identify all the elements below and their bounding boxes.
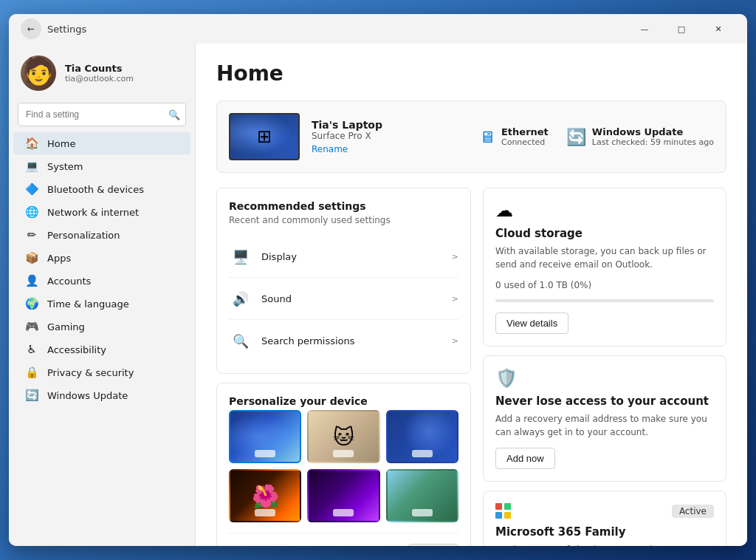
close-button[interactable]: ✕ bbox=[701, 17, 735, 41]
update-sub: Last checked: 59 minutes ago bbox=[592, 137, 714, 147]
sidebar-label-privacy: Privacy & security bbox=[47, 367, 134, 378]
ethernet-icon: 🖥 bbox=[479, 128, 495, 146]
sidebar-item-update[interactable]: 🔄 Windows Update bbox=[13, 384, 190, 406]
sidebar-item-time[interactable]: 🌍 Time & language bbox=[13, 293, 190, 315]
sidebar-label-personalization: Personalization bbox=[47, 230, 120, 241]
privacy-nav-icon: 🔒 bbox=[25, 366, 38, 379]
avatar bbox=[21, 55, 56, 91]
device-bar: ⊞ Tia's Laptop Surface Pro X Rename 🖥 Et… bbox=[216, 100, 726, 173]
search-icon: 🔍 bbox=[168, 109, 180, 120]
search-box: 🔍 bbox=[18, 103, 186, 126]
item-chevron-icon: > bbox=[452, 252, 458, 262]
account-security-desc: Add a recovery email address to make sur… bbox=[495, 412, 714, 439]
settings-item-sound[interactable]: 🔊 Sound > bbox=[229, 278, 458, 320]
bluetooth-nav-icon: 🔷 bbox=[25, 182, 38, 196]
cloud-storage-icon: ☁️ bbox=[495, 200, 714, 221]
ethernet-label: Ethernet bbox=[501, 126, 549, 137]
sidebar-label-update: Windows Update bbox=[47, 390, 128, 401]
windows-logo-icon: ⊞ bbox=[257, 126, 272, 147]
wallpaper-5[interactable] bbox=[307, 469, 379, 522]
wallpaper-grid bbox=[229, 410, 458, 522]
nav-list: 🏠 Home💻 System🔷 Bluetooth & devices🌐 Net… bbox=[9, 132, 195, 406]
user-profile[interactable]: Tia Counts tia@outlook.com bbox=[9, 49, 195, 100]
shield-icon: 🛡️ bbox=[495, 368, 714, 389]
sidebar-label-accounts: Accounts bbox=[47, 276, 91, 287]
personalize-title: Personalize your device bbox=[229, 395, 458, 407]
settings-item-search-permissions[interactable]: 🔍 Search permissions > bbox=[229, 320, 458, 361]
wallpaper-4[interactable] bbox=[229, 469, 301, 522]
search-input[interactable] bbox=[18, 103, 186, 126]
sidebar-item-gaming[interactable]: 🎮 Gaming bbox=[13, 315, 190, 338]
device-model: Surface Pro X bbox=[312, 131, 467, 141]
sidebar-item-network[interactable]: 🌐 Network & internet bbox=[13, 201, 190, 223]
view-details-button[interactable]: View details bbox=[495, 313, 568, 334]
sidebar-item-system[interactable]: 💻 System bbox=[13, 155, 190, 177]
cloud-storage-title: Cloud storage bbox=[495, 227, 714, 240]
minimize-button[interactable]: — bbox=[628, 17, 662, 41]
update-status: 🔄 Windows Update Last checked: 59 minute… bbox=[566, 126, 714, 147]
color-mode-row[interactable]: 🎨 Color mode Light ▼ bbox=[229, 533, 458, 546]
add-now-button[interactable]: Add now bbox=[495, 448, 555, 469]
storage-used-text: 0 used of 1.0 TB (0%) bbox=[495, 280, 714, 290]
page-title: Home bbox=[216, 61, 726, 86]
sidebar-label-bluetooth: Bluetooth & devices bbox=[47, 184, 144, 195]
apps-nav-icon: 📦 bbox=[25, 251, 38, 264]
window-title: Settings bbox=[47, 24, 628, 35]
item-label: Sound bbox=[261, 293, 452, 304]
account-security-card: 🛡️ Never lose access to your account Add… bbox=[483, 355, 726, 482]
home-nav-icon: 🏠 bbox=[25, 137, 38, 150]
update-text: Windows Update Last checked: 59 minutes … bbox=[592, 126, 714, 147]
ethernet-status: 🖥 Ethernet Connected bbox=[479, 126, 549, 147]
cloud-storage-desc: With available storage, you can back up … bbox=[495, 245, 714, 271]
content-inner: Home ⊞ Tia's Laptop Surface Pro X Rename… bbox=[196, 44, 747, 546]
accessibility-nav-icon: ♿ bbox=[25, 343, 38, 356]
sidebar-label-time: Time & language bbox=[47, 298, 129, 310]
maximize-button[interactable]: □ bbox=[664, 17, 698, 41]
sidebar-item-accessibility[interactable]: ♿ Accessibility bbox=[13, 338, 190, 361]
system-nav-icon: 💻 bbox=[25, 160, 38, 173]
ms365-title: Microsoft 365 Family bbox=[495, 525, 714, 539]
personalize-card: Personalize your device 🎨 bbox=[216, 383, 471, 546]
storage-bar bbox=[495, 299, 714, 302]
update-icon: 🔄 bbox=[566, 128, 586, 146]
microsoft365-card: Active Microsoft 365 Family You have 1 T… bbox=[483, 491, 726, 546]
sidebar-label-gaming: Gaming bbox=[47, 321, 85, 332]
sidebar-item-apps[interactable]: 📦 Apps bbox=[13, 247, 190, 269]
back-button[interactable]: ← bbox=[21, 18, 41, 39]
personalization-nav-icon: ✏️ bbox=[25, 228, 38, 242]
item-icon: 🔊 bbox=[229, 287, 252, 310]
user-email: tia@outlook.com bbox=[65, 74, 183, 83]
wallpaper-1[interactable] bbox=[229, 410, 301, 463]
item-icon: 🖥️ bbox=[229, 245, 252, 268]
device-thumbnail: ⊞ bbox=[229, 113, 300, 160]
rename-link[interactable]: Rename bbox=[312, 144, 348, 154]
network-nav-icon: 🌐 bbox=[25, 205, 38, 219]
sidebar-label-network: Network & internet bbox=[47, 207, 139, 218]
sidebar: Tia Counts tia@outlook.com 🔍 🏠 Home💻 Sys… bbox=[9, 44, 195, 546]
item-label: Display bbox=[261, 251, 452, 262]
item-chevron-icon: > bbox=[452, 336, 458, 346]
ms365-header: Active bbox=[495, 503, 714, 519]
left-column: Recommended settings Recent and commonly… bbox=[216, 188, 471, 546]
sidebar-item-bluetooth[interactable]: 🔷 Bluetooth & devices bbox=[13, 178, 190, 200]
color-mode-dropdown[interactable]: Light ▼ bbox=[408, 544, 458, 547]
wallpaper-6[interactable] bbox=[386, 469, 458, 522]
sidebar-item-privacy[interactable]: 🔒 Privacy & security bbox=[13, 361, 190, 383]
sidebar-item-home[interactable]: 🏠 Home bbox=[13, 132, 190, 154]
gaming-nav-icon: 🎮 bbox=[25, 320, 38, 333]
item-icon: 🔍 bbox=[229, 329, 252, 352]
item-label: Search permissions bbox=[261, 335, 452, 346]
recommended-title: Recommended settings bbox=[229, 200, 458, 212]
ms365-desc: You have 1 TB of cloud storage and can u… bbox=[495, 543, 714, 546]
sidebar-item-personalization[interactable]: ✏️ Personalization bbox=[13, 224, 190, 246]
update-nav-icon: 🔄 bbox=[25, 389, 38, 402]
user-name: Tia Counts bbox=[65, 63, 183, 74]
wallpaper-3[interactable] bbox=[386, 410, 458, 463]
sidebar-item-accounts[interactable]: 👤 Accounts bbox=[13, 270, 190, 292]
window-controls: — □ ✕ bbox=[628, 17, 735, 41]
sidebar-label-apps: Apps bbox=[47, 253, 71, 264]
right-column: ☁️ Cloud storage With available storage,… bbox=[483, 188, 726, 546]
settings-item-display[interactable]: 🖥️ Display > bbox=[229, 236, 458, 278]
color-mode-icon: 🎨 bbox=[229, 541, 252, 546]
wallpaper-2[interactable] bbox=[307, 410, 379, 463]
